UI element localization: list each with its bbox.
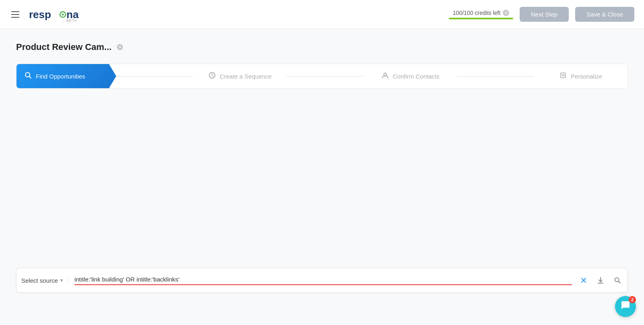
step-find-opportunities[interactable]: Find Opportunities: [17, 64, 116, 88]
svg-text:resp: resp: [29, 8, 51, 21]
header-right: 100/100 credits left i Next Step Save & …: [449, 7, 634, 22]
search-button[interactable]: [612, 275, 623, 286]
svg-rect-9: [561, 73, 566, 78]
logo-svg: resp na BETA: [29, 7, 81, 22]
credits-bar: [449, 18, 513, 19]
clear-button[interactable]: [578, 275, 589, 286]
search-area: Select source ▾: [16, 268, 628, 293]
svg-point-2: [62, 13, 64, 15]
header: resp na BETA 100/100 credits left i Next…: [0, 0, 644, 29]
menu-button[interactable]: [10, 10, 21, 19]
select-source-dropdown[interactable]: Select source ▾: [21, 277, 68, 284]
search-bar: Select source ▾: [16, 268, 628, 293]
confirm-contacts-label: Confirm Contacts: [393, 73, 440, 80]
confirm-contacts-icon: [382, 72, 389, 81]
settings-icon[interactable]: ⚙: [116, 42, 124, 52]
find-opportunities-icon: [25, 72, 32, 81]
svg-text:BETA: BETA: [66, 19, 77, 22]
create-sequence-icon: [208, 72, 216, 81]
credits-container: 100/100 credits left i: [449, 10, 513, 19]
download-button[interactable]: [595, 275, 606, 286]
personalize-label: Personalize: [571, 73, 602, 80]
search-input-wrapper: [68, 276, 578, 285]
chevron-down-icon: ▾: [60, 277, 63, 283]
create-sequence-label: Create a Sequence: [220, 73, 272, 80]
step-divider-3: [457, 76, 535, 77]
save-close-button[interactable]: Save & Close: [575, 7, 634, 22]
step-confirm-contacts[interactable]: Confirm Contacts: [364, 64, 457, 88]
header-left: resp na BETA: [10, 7, 81, 22]
svg-line-6: [29, 76, 31, 78]
page-title: Product Review Cam...: [16, 42, 111, 52]
personalize-icon: [559, 72, 567, 81]
search-input[interactable]: [74, 276, 572, 285]
steps-bar: Find Opportunities Create a Sequence: [16, 64, 628, 89]
step-personalize[interactable]: Personalize: [534, 64, 627, 88]
chat-bubble[interactable]: 2: [615, 296, 636, 317]
credits-bar-fill: [449, 18, 513, 19]
step-divider-2: [287, 76, 364, 77]
step-divider-1: [116, 76, 194, 77]
search-actions: [578, 275, 623, 286]
chat-icon: [621, 300, 630, 313]
step-create-sequence[interactable]: Create a Sequence: [193, 64, 287, 88]
chat-badge: 2: [629, 296, 636, 303]
credits-value: 100/100 credits left: [453, 10, 500, 16]
svg-line-17: [619, 282, 621, 284]
next-step-button[interactable]: Next Step: [520, 7, 569, 22]
select-source-label: Select source: [21, 277, 58, 284]
credits-info-icon[interactable]: i: [503, 10, 509, 16]
page-title-row: Product Review Cam... ⚙: [16, 42, 628, 52]
credits-text: 100/100 credits left i: [453, 10, 509, 16]
find-opportunities-label: Find Opportunities: [36, 73, 85, 80]
logo: resp na BETA: [29, 7, 81, 22]
